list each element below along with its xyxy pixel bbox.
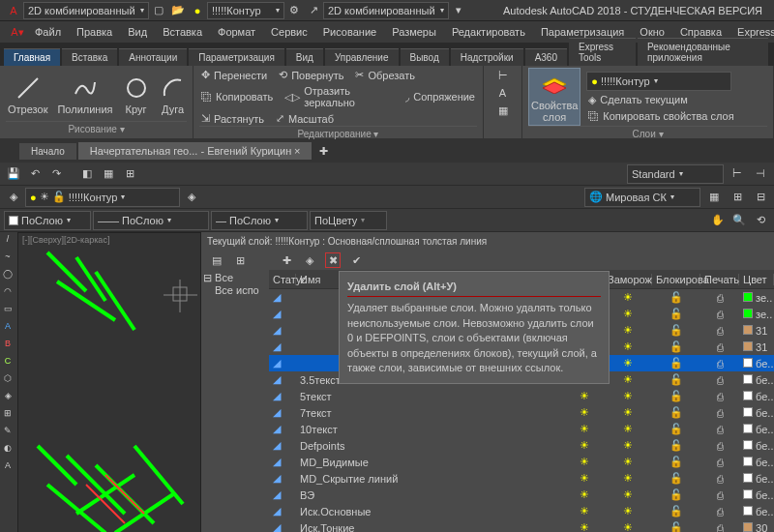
layer-plot-icon[interactable]: ⎙ <box>700 341 739 353</box>
tool-stretch[interactable]: ⇲Растянуть <box>199 111 266 126</box>
layer-on-icon[interactable]: ☀ <box>565 439 604 452</box>
tool-icon[interactable]: C <box>0 356 15 371</box>
app-menu-icon[interactable]: A▾ <box>10 24 25 40</box>
tb-icon[interactable]: ⊟ <box>753 190 768 205</box>
gear-icon[interactable]: ⚙ <box>286 3 302 18</box>
layer-freeze-icon[interactable]: ☀ <box>604 472 652 485</box>
tab-insert[interactable]: Вставка <box>62 48 117 66</box>
layer-color[interactable]: зе.. <box>739 292 774 304</box>
drawing-tab[interactable]: Начертательная гео... - Евгений Курицин … <box>78 142 313 160</box>
tool-icon[interactable]: ⬡ <box>0 373 15 389</box>
layer-lock-icon[interactable]: 🔓 <box>652 423 700 435</box>
layer-new-icon[interactable]: ✚ <box>279 252 294 268</box>
layer-row[interactable]: ◢5текст☀☀🔓⎙ бе.. <box>269 388 774 404</box>
zoom-icon[interactable]: 🔍 <box>731 213 747 228</box>
workspace-dropdown[interactable]: 2D комбинированный <box>23 2 149 19</box>
layer-freeze-icon[interactable]: ☀ <box>604 521 652 532</box>
layer-row[interactable]: ◢Иск.Основные☀☀🔓⎙ бе.. <box>269 503 774 519</box>
layer-freeze-icon[interactable]: ☀ <box>604 488 652 501</box>
layer-plot-icon[interactable]: ⎙ <box>700 440 739 452</box>
tool-arc[interactable]: Дуга <box>158 73 189 117</box>
layer-color[interactable]: бе.. <box>739 489 774 501</box>
tab-annotate[interactable]: Аннотации <box>119 48 187 66</box>
layer-delete-icon[interactable]: ✖ <box>325 252 341 268</box>
layer-freeze-icon[interactable]: ☀ <box>604 406 652 419</box>
layer-plot-icon[interactable]: ⎙ <box>700 374 739 386</box>
layer-freeze-icon[interactable]: ☀ <box>604 390 652 402</box>
layer-color[interactable]: бе.. <box>739 407 774 419</box>
tool-rotate[interactable]: ⟲Повернуть <box>277 68 345 82</box>
layer-dropdown[interactable]: ● ☀ 🔓 !!!!!Контур <box>25 188 180 207</box>
layer-color[interactable]: бе.. <box>739 358 774 369</box>
tool-icon[interactable]: ◈ <box>0 391 15 406</box>
tool-icon[interactable]: ◯ <box>0 269 15 284</box>
ucs-dropdown[interactable]: 🌐 Мировая СК <box>584 188 700 207</box>
layer-set-current-icon[interactable]: ✔ <box>348 252 364 268</box>
menu-edit[interactable]: Правка <box>69 24 120 40</box>
layer-on-icon[interactable]: ☀ <box>565 521 604 532</box>
tb-icon[interactable]: ▦ <box>101 166 116 182</box>
redo-icon[interactable]: ↷ <box>48 166 64 182</box>
layer-freeze-icon[interactable]: ☀ <box>604 373 652 386</box>
tool-icon[interactable]: ◠ <box>0 286 15 302</box>
linetype-dropdown[interactable]: —— ПоСлою <box>93 211 209 230</box>
menu-view[interactable]: Вид <box>120 24 155 40</box>
tool-icon[interactable]: ◐ <box>0 443 15 458</box>
layer-lock-icon[interactable]: 🔓 <box>652 308 700 320</box>
layer-group-icon[interactable]: ⊞ <box>232 252 248 268</box>
layer-freeze-icon[interactable]: ☀ <box>604 340 652 353</box>
layer-plot-icon[interactable]: ⎙ <box>700 292 739 304</box>
layer-row[interactable]: ◢10текст☀☀🔓⎙ бе.. <box>269 421 774 437</box>
layer-plot-icon[interactable]: ⎙ <box>700 473 739 485</box>
layer-lock-icon[interactable]: 🔓 <box>652 324 700 337</box>
layer-lock-icon[interactable]: 🔓 <box>652 472 700 485</box>
panel-draw-title[interactable]: Рисование ▾ <box>6 121 187 136</box>
tool-icon[interactable]: A <box>0 460 15 476</box>
drawing-viewport[interactable]: [-][Сверху][2D-каркас] <box>17 232 201 532</box>
tb-icon[interactable]: ⊞ <box>122 166 137 182</box>
tab-parametric[interactable]: Параметризация <box>189 48 284 66</box>
layer-lock-icon[interactable]: 🔓 <box>652 357 700 369</box>
layer-freeze-icon[interactable]: ☀ <box>604 456 652 468</box>
layer-plot-icon[interactable]: ⎙ <box>700 325 739 337</box>
dim-icon[interactable]: ⊢ <box>495 68 511 83</box>
filter-all[interactable]: ⊟ Все <box>203 272 267 284</box>
layer-on-icon[interactable]: ☀ <box>565 406 604 419</box>
menu-service[interactable]: Сервис <box>263 24 315 40</box>
new-tab-icon[interactable]: ✚ <box>315 143 331 159</box>
layer-freeze-icon[interactable]: ☀ <box>604 505 652 517</box>
text-icon[interactable]: A <box>495 85 511 101</box>
copy-layer-props-button[interactable]: ⿻Копировать свойства слоя <box>586 109 735 123</box>
tb-icon[interactable]: ▦ <box>706 190 722 205</box>
app-icon[interactable]: A <box>6 3 21 18</box>
layer-lock-icon[interactable]: 🔓 <box>652 439 700 452</box>
layer-row[interactable]: ◢MD_Видимые☀☀🔓⎙ бе.. <box>269 454 774 470</box>
layer-freeze-icon[interactable]: ☀ <box>604 324 652 337</box>
tab-featured[interactable]: Рекомендованные приложения <box>638 38 768 66</box>
layer-color[interactable]: зе.. <box>739 309 774 320</box>
tb-icon[interactable]: ◈ <box>184 190 199 205</box>
tab-view[interactable]: Вид <box>286 48 323 66</box>
layer-lock-icon[interactable]: 🔓 <box>652 390 700 402</box>
layer-new-viewport-icon[interactable]: ◈ <box>302 252 317 268</box>
menu-dimension[interactable]: Размеры <box>384 24 444 40</box>
tb-icon[interactable]: ◈ <box>6 190 21 205</box>
layer-color[interactable]: 31 <box>739 341 774 353</box>
layer-lock-icon[interactable]: 🔓 <box>652 456 700 468</box>
layer-on-icon[interactable]: ☀ <box>565 488 604 501</box>
tool-icon[interactable]: ▭ <box>0 304 15 319</box>
tb-icon[interactable]: ⊣ <box>753 166 768 182</box>
layer-lock-icon[interactable]: 🔓 <box>652 521 700 532</box>
tool-icon[interactable]: ⊞ <box>0 408 15 424</box>
tool-icon[interactable]: / <box>0 234 15 250</box>
layer-color[interactable]: бе.. <box>739 473 774 485</box>
layer-on-icon[interactable]: ☀ <box>565 423 604 435</box>
bulb-icon[interactable]: ● <box>190 3 205 18</box>
close-tab-icon[interactable]: × <box>294 145 300 157</box>
workspace2-dropdown[interactable]: 2D комбинированный <box>323 2 449 19</box>
tool-icon[interactable]: A <box>0 321 15 337</box>
layer-color[interactable]: бе.. <box>739 506 774 517</box>
tab-a360[interactable]: A360 <box>525 48 567 66</box>
layer-plot-icon[interactable]: ⎙ <box>700 522 739 533</box>
menu-insert[interactable]: Вставка <box>155 24 210 40</box>
